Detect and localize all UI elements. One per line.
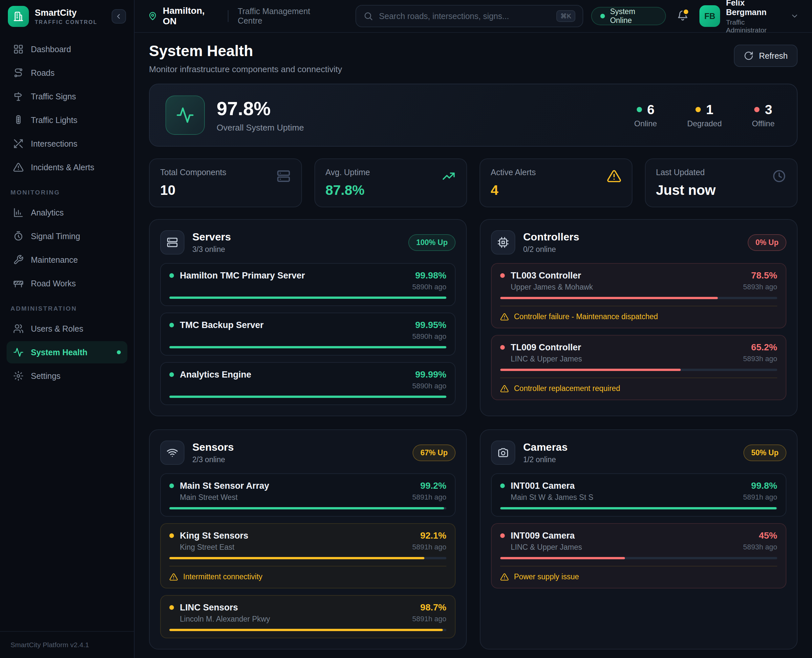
- search-icon: [363, 11, 373, 21]
- group-header-text: Cameras 1/2 online: [523, 441, 567, 464]
- maintenance-icon: [13, 255, 24, 265]
- last-seen: 5890h ago: [412, 283, 446, 291]
- uptime-value: 99.8%: [751, 481, 777, 491]
- status-count: 1 Degraded: [687, 102, 722, 128]
- sidebar-item-system-health[interactable]: System Health: [6, 341, 127, 363]
- component-name: INT001 Camera: [511, 481, 575, 491]
- row-meta: King Street East 5891h ago: [170, 543, 446, 552]
- page-content: System Health Monitor infrastructure com…: [135, 33, 812, 658]
- chevron-left-icon: [115, 13, 123, 20]
- platform-version: SmartCity Platform v2.4.1: [0, 631, 134, 658]
- uptime-bar-fill: [500, 507, 777, 509]
- intersections-icon: [13, 138, 24, 149]
- status-dot: [500, 484, 505, 488]
- sidebar-item-label: Road Works: [31, 279, 76, 288]
- component-list: Hamilton TMC Primary Server 99.98% 5890h…: [160, 263, 455, 405]
- component-location: Main St W & James St S: [511, 493, 594, 502]
- uptime-value: 65.2%: [751, 342, 777, 352]
- component-warning: Controller replacement required: [500, 378, 777, 393]
- sidebar-item-analytics[interactable]: Analytics: [6, 201, 127, 224]
- group-uptime-badge: 50% Up: [743, 445, 786, 461]
- sidebar-item-label: Analytics: [31, 208, 64, 218]
- building-icon: [13, 11, 24, 22]
- nav-items: Dashboard Roads Traffic Signs Traffic Li…: [6, 38, 127, 179]
- row-top: TMC Backup Server 99.95%: [170, 320, 446, 330]
- sidebar-item-intersections[interactable]: Intersections: [6, 133, 127, 155]
- component-row[interactable]: King St Sensors 92.1% King Street East 5…: [160, 523, 455, 589]
- component-row[interactable]: LINC Sensors 98.7% Lincoln M. Alexander …: [160, 595, 455, 638]
- main-area: Hamilton, ON Traffic Management Centre ⌘…: [135, 0, 812, 658]
- component-row[interactable]: TL009 Controller 65.2% LINC & Upper Jame…: [491, 335, 786, 400]
- stat-value: 4: [491, 182, 536, 198]
- sidebar-item-label: Traffic Signs: [31, 92, 76, 101]
- component-row[interactable]: INT001 Camera 99.8% Main St W & James St…: [491, 473, 786, 517]
- user-role: Traffic Administrator: [726, 18, 784, 34]
- page-subtitle: Monitor infrastructure components and co…: [149, 64, 342, 74]
- group-title: Controllers: [523, 231, 579, 243]
- uptime-icon-tile: [165, 96, 205, 135]
- sidebar-item-users-roles[interactable]: Users & Roles: [6, 318, 127, 340]
- search-input[interactable]: [379, 11, 550, 21]
- uptime-bar-fill: [170, 296, 446, 299]
- last-seen: 5890h ago: [412, 382, 446, 390]
- sidebar-item-signal-timing[interactable]: Signal Timing: [6, 225, 127, 248]
- status-counts: 6 Online 1 Degraded: [634, 102, 781, 128]
- app-logo: SmartCity TRAFFIC CONTROL: [0, 0, 134, 33]
- nav-section: MONITORING Analytics Signal Timing M: [6, 189, 127, 295]
- uptime-bar: [170, 396, 446, 398]
- warning-text: Intermittent connectivity: [183, 572, 262, 581]
- sidebar-item-label: Settings: [31, 371, 60, 381]
- sidebar-collapse-button[interactable]: [112, 9, 126, 24]
- search-shortcut-hint: ⌘K: [556, 10, 575, 22]
- sidebar-item-roads[interactable]: Roads: [6, 62, 127, 84]
- uptime-summary: 97.8% Overall System Uptime: [217, 97, 304, 133]
- stat-main: Last Updated Just now: [656, 168, 716, 198]
- uptime-value: 45%: [759, 530, 777, 541]
- sidebar-item-road-works[interactable]: Road Works: [6, 272, 127, 295]
- status-dot: [170, 323, 174, 327]
- component-location: LINC & Upper James: [511, 355, 582, 363]
- user-name: Felix Bergmann: [726, 0, 784, 17]
- row-top: King St Sensors 92.1%: [170, 530, 446, 541]
- status-count: 3 Offline: [752, 102, 774, 128]
- alert-triangle-icon: [500, 573, 509, 581]
- sidebar-item-traffic-signs[interactable]: Traffic Signs: [6, 85, 127, 108]
- sidebar-item-dashboard[interactable]: Dashboard: [6, 38, 127, 60]
- search-box: ⌘K: [355, 5, 583, 27]
- component-row[interactable]: INT009 Camera 45% LINC & Upper James 589…: [491, 523, 786, 589]
- stat-label: Last Updated: [656, 168, 716, 177]
- component-name: TMC Backup Server: [180, 320, 264, 330]
- sidebar-item-label: Intersections: [31, 139, 77, 149]
- sidebar-item-settings[interactable]: Settings: [6, 365, 127, 387]
- sidebar-item-incidents-alerts[interactable]: Incidents & Alerts: [6, 156, 127, 179]
- uptime-bar-fill: [170, 346, 446, 348]
- refresh-button[interactable]: Refresh: [734, 45, 798, 67]
- stat-card: Last Updated Just now: [645, 158, 798, 207]
- last-seen: 5893h ago: [743, 543, 777, 552]
- component-name: Hamilton TMC Primary Server: [180, 271, 305, 281]
- component-location: Main Street West: [180, 493, 238, 502]
- component-name: King St Sensors: [180, 531, 248, 541]
- stat-value: Just now: [656, 182, 716, 198]
- component-group-card: Servers 3/3 online 100% Up Hamilton TMC …: [149, 219, 467, 416]
- component-row[interactable]: TL003 Controller 78.5% Upper James & Moh…: [491, 263, 786, 328]
- count-label: Degraded: [687, 119, 722, 128]
- sidebar-item-maintenance[interactable]: Maintenance: [6, 249, 127, 271]
- component-row[interactable]: Analytics Engine 99.99% 5890h ago: [160, 362, 455, 405]
- status-dot: [170, 484, 174, 488]
- avatar: FB: [699, 5, 720, 27]
- component-warning: Power supply issue: [500, 566, 777, 581]
- component-row[interactable]: Hamilton TMC Primary Server 99.98% 5890h…: [160, 263, 455, 306]
- component-row[interactable]: Main St Sensor Array 99.2% Main Street W…: [160, 473, 455, 517]
- cpu-icon: [497, 237, 509, 248]
- group-online-count: 2/3 online: [192, 455, 234, 464]
- component-row[interactable]: TMC Backup Server 99.95% 5890h ago: [160, 313, 455, 356]
- component-location: LINC & Upper James: [511, 543, 582, 552]
- refresh-label: Refresh: [759, 51, 788, 61]
- notifications-button[interactable]: [677, 9, 689, 23]
- page-title: System Health: [149, 42, 342, 60]
- sidebar-item-traffic-lights[interactable]: Traffic Lights: [6, 109, 127, 131]
- server-icon: [166, 237, 178, 248]
- user-menu[interactable]: FB Felix Bergmann Traffic Administrator: [699, 0, 799, 34]
- uptime-value: 99.98%: [415, 270, 446, 281]
